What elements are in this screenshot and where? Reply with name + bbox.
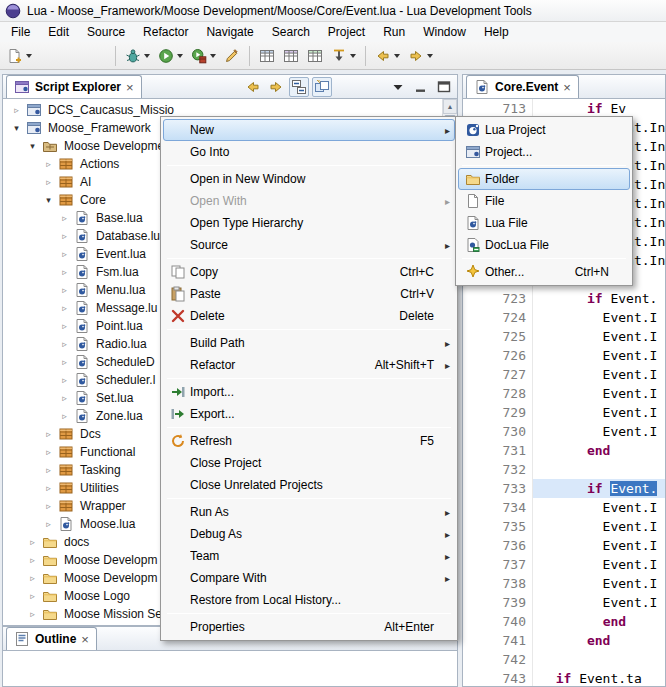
line-number[interactable]: 742: [463, 650, 533, 669]
menubar-item-refactor[interactable]: Refactor: [134, 23, 197, 41]
line-number[interactable]: 741: [463, 631, 533, 650]
code-text[interactable]: Event.I: [533, 308, 665, 327]
new-wizard-button[interactable]: [4, 45, 35, 67]
tab-outline[interactable]: Outline ×: [6, 627, 97, 650]
forward-button[interactable]: [266, 77, 286, 97]
code-text[interactable]: Event.I: [533, 536, 665, 555]
code-text[interactable]: if Event.ta: [533, 669, 665, 686]
menu-item-import[interactable]: Import...: [163, 381, 455, 403]
menubar-item-file[interactable]: File: [2, 23, 39, 41]
close-icon[interactable]: ×: [126, 79, 134, 95]
twistie-expanded-icon[interactable]: ▾: [11, 123, 22, 133]
menu-item-team[interactable]: Team▸: [163, 545, 455, 567]
line-number[interactable]: 736: [463, 536, 533, 555]
code-text[interactable]: Event.I: [533, 574, 665, 593]
twistie-collapsed-icon[interactable]: ▹: [59, 303, 70, 313]
twistie-collapsed-icon[interactable]: ▹: [43, 447, 54, 457]
menu-item-properties[interactable]: PropertiesAlt+Enter: [163, 616, 455, 638]
twistie-collapsed-icon[interactable]: ▹: [43, 501, 54, 511]
code-text[interactable]: Event.I: [533, 555, 665, 574]
twistie-collapsed-icon[interactable]: ▹: [59, 213, 70, 223]
line-number[interactable]: 737: [463, 555, 533, 574]
tab-script-explorer[interactable]: Script Explorer ×: [6, 75, 142, 98]
twistie-collapsed-icon[interactable]: ▹: [43, 465, 54, 475]
menubar-item-search[interactable]: Search: [263, 23, 319, 41]
code-text[interactable]: Event.I: [533, 365, 665, 384]
code-text[interactable]: if Event.: [533, 289, 665, 308]
line-number[interactable]: 735: [463, 517, 533, 536]
twistie-collapsed-icon[interactable]: ▹: [43, 483, 54, 493]
forward-history-button[interactable]: [405, 45, 436, 67]
collapse-all-button[interactable]: [289, 77, 309, 97]
twistie-collapsed-icon[interactable]: ▹: [27, 591, 38, 601]
menu-item-lua-file[interactable]: Lua File: [458, 212, 630, 234]
twistie-collapsed-icon[interactable]: ▹: [43, 177, 54, 187]
code-text[interactable]: end: [533, 441, 665, 460]
code-text[interactable]: Event.I: [533, 346, 665, 365]
code-text[interactable]: Event.I: [533, 327, 665, 346]
menubar-item-run[interactable]: Run: [374, 23, 414, 41]
line-number[interactable]: 733: [463, 479, 533, 498]
link-editor-button[interactable]: [312, 77, 332, 97]
debug-button[interactable]: [122, 45, 153, 67]
menu-item-build-path[interactable]: Build Path▸: [163, 332, 455, 354]
menu-item-delete[interactable]: DeleteDelete: [163, 305, 455, 327]
line-number[interactable]: 730: [463, 422, 533, 441]
menu-item-restore-from-local-history[interactable]: Restore from Local History...: [163, 589, 455, 611]
line-number[interactable]: 723: [463, 289, 533, 308]
line-number[interactable]: 727: [463, 365, 533, 384]
menu-item-open-type-hierarchy[interactable]: Open Type Hierarchy: [163, 212, 455, 234]
close-icon[interactable]: ×: [563, 79, 571, 95]
line-number[interactable]: 739: [463, 593, 533, 612]
menu-item-debug-as[interactable]: Debug As▸: [163, 523, 455, 545]
table-view-2-button[interactable]: [280, 45, 302, 67]
line-number[interactable]: 725: [463, 327, 533, 346]
code-text[interactable]: Event.I: [533, 422, 665, 441]
menu-item-refresh[interactable]: RefreshF5: [163, 430, 455, 452]
menu-item-compare-with[interactable]: Compare With▸: [163, 567, 455, 589]
menu-item-refactor[interactable]: RefactorAlt+Shift+T▸: [163, 354, 455, 376]
open-task-button[interactable]: [221, 45, 243, 67]
menubar-item-project[interactable]: Project: [319, 23, 374, 41]
line-number[interactable]: 738: [463, 574, 533, 593]
menu-item-close-project[interactable]: Close Project: [163, 452, 455, 474]
twistie-collapsed-icon[interactable]: ▹: [59, 411, 70, 421]
run-external-button[interactable]: [188, 45, 219, 67]
twistie-collapsed-icon[interactable]: ▹: [59, 231, 70, 241]
menubar-item-source[interactable]: Source: [78, 23, 134, 41]
menu-item-go-into[interactable]: Go Into: [163, 141, 455, 163]
menu-item-copy[interactable]: CopyCtrl+C: [163, 261, 455, 283]
maximize-button[interactable]: [434, 77, 454, 97]
code-text[interactable]: [533, 650, 665, 669]
line-number[interactable]: 731: [463, 441, 533, 460]
twistie-collapsed-icon[interactable]: ▹: [27, 537, 38, 547]
close-icon[interactable]: ×: [81, 631, 89, 647]
twistie-collapsed-icon[interactable]: ▹: [11, 105, 22, 115]
twistie-expanded-icon[interactable]: ▾: [43, 195, 54, 205]
twistie-collapsed-icon[interactable]: ▹: [59, 375, 70, 385]
code-text[interactable]: Event.I: [533, 517, 665, 536]
line-number[interactable]: 743: [463, 669, 533, 686]
back-button[interactable]: [243, 77, 263, 97]
code-text[interactable]: Event.I: [533, 403, 665, 422]
menu-item-lua-project[interactable]: Lua Project: [458, 119, 630, 141]
code-text[interactable]: [533, 460, 665, 479]
code-text[interactable]: end: [533, 631, 665, 650]
twistie-collapsed-icon[interactable]: ▹: [27, 573, 38, 583]
twistie-collapsed-icon[interactable]: ▹: [27, 609, 38, 619]
twistie-collapsed-icon[interactable]: ▹: [43, 519, 54, 529]
menu-item-folder[interactable]: Folder: [458, 168, 630, 190]
line-number[interactable]: 724: [463, 308, 533, 327]
menu-item-source[interactable]: Source▸: [163, 234, 455, 256]
line-number[interactable]: 729: [463, 403, 533, 422]
twistie-expanded-icon[interactable]: ▾: [27, 141, 38, 151]
view-menu-button[interactable]: [388, 77, 408, 97]
menu-item-export[interactable]: Export...: [163, 403, 455, 425]
twistie-collapsed-icon[interactable]: ▹: [43, 159, 54, 169]
code-text[interactable]: if Event.: [533, 479, 665, 498]
twistie-collapsed-icon[interactable]: ▹: [59, 249, 70, 259]
menu-item-doclua-file[interactable]: DocLua File: [458, 234, 630, 256]
table-view-3-button[interactable]: [304, 45, 326, 67]
menu-item-new[interactable]: New▸: [163, 119, 455, 141]
twistie-collapsed-icon[interactable]: ▹: [59, 339, 70, 349]
